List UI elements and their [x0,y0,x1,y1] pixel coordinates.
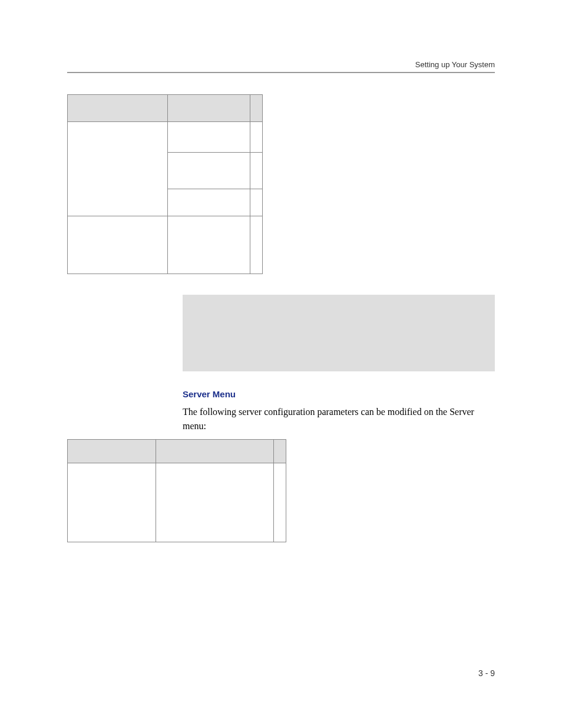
header-divider [67,72,495,73]
caution-note-box [183,295,495,371]
table1-cell [250,189,263,216]
table1-cell [250,122,263,153]
table2-cell [68,463,156,542]
table1-cell [68,122,168,216]
table1-cell [168,189,250,216]
table2-cell [156,463,274,542]
table1-header-3 [250,95,263,122]
table2-header-2 [156,440,274,463]
table1-header-1 [68,95,168,122]
config-table-2 [67,439,286,542]
config-table-1 [67,94,263,274]
table1-cell [168,122,250,153]
server-menu-paragraph: The following server configuration param… [183,405,495,433]
table2-cell [274,463,286,542]
header-section-title: Setting up Your System [415,60,495,69]
table1-cell [68,216,168,274]
table1-cell [168,153,250,189]
table1-cell [250,216,263,274]
page-number: 3 - 9 [478,668,495,678]
table2-header-3 [274,440,286,463]
table1-cell [250,153,263,189]
server-menu-heading: Server Menu [183,389,236,399]
table2-header-1 [68,440,156,463]
table1-cell [168,216,250,274]
table1-header-2 [168,95,250,122]
